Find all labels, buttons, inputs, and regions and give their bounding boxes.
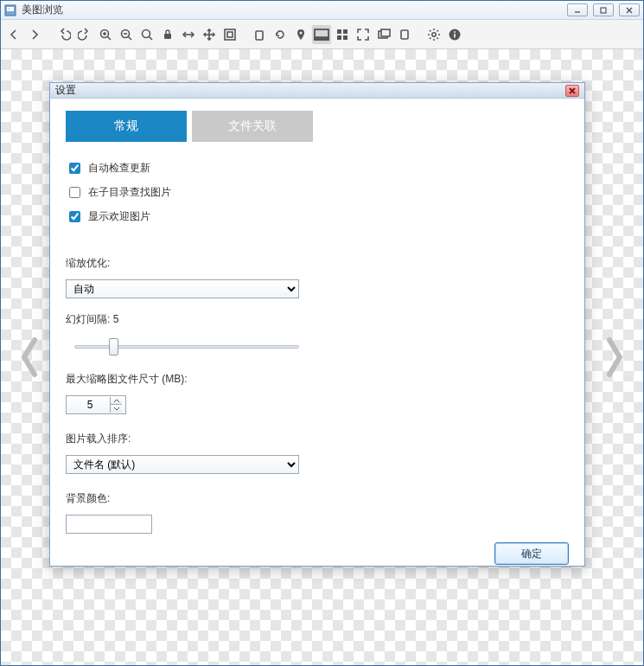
pan-button[interactable] [200,25,219,44]
svg-rect-16 [164,34,171,39]
settings-button[interactable] [424,25,443,44]
bg-color-picker[interactable] [66,515,152,534]
zoom-actual-button[interactable] [137,25,156,44]
dialog-tabs: 常规 文件关联 [66,111,569,142]
slider-track [74,345,299,349]
zoom-in-button[interactable] [96,25,115,44]
search-subdir-checkbox[interactable] [69,187,80,198]
settings-form: 自动检查更新 在子目录查找图片 显示欢迎图片 缩放优化: 自动 [66,159,569,534]
rotate-button[interactable] [271,25,290,44]
window-title: 美图浏览 [22,3,567,17]
slideshow-interval-label: 幻灯间隔: 5 [66,312,569,327]
svg-point-14 [143,29,150,37]
svg-rect-31 [381,29,390,36]
titlebar: 美图浏览 [1,1,643,20]
dialog-close-button[interactable] [565,85,579,97]
bg-color-label: 背景颜色: [66,491,569,506]
image-area: 设置 常规 文件关联 自动检查更新 在子目录查找图片 [1,49,643,665]
load-order-select[interactable]: 文件名 (默认) [66,455,299,474]
slider-thumb[interactable] [109,338,118,355]
tab-file-association[interactable]: 文件关联 [192,111,313,142]
fit-window-button[interactable] [220,25,239,44]
svg-rect-28 [337,35,341,40]
next-button[interactable] [25,25,44,44]
svg-rect-32 [401,30,408,39]
svg-rect-20 [225,29,235,40]
svg-rect-26 [337,29,341,34]
auto-update-checkbox-row[interactable]: 自动检查更新 [66,159,569,176]
svg-point-23 [300,31,303,34]
svg-rect-4 [601,8,606,13]
rotate-left-button[interactable] [250,25,269,44]
search-subdir-label: 在子目录查找图片 [88,185,171,200]
svg-line-15 [150,36,153,40]
toolbar [1,20,643,49]
zoom-optimize-select[interactable]: 自动 [66,279,299,298]
zoom-out-button[interactable] [117,25,136,44]
maximize-button[interactable] [593,3,614,16]
close-button[interactable] [619,3,640,16]
show-welcome-checkbox[interactable] [69,211,80,222]
spin-up-button[interactable] [110,397,122,405]
fit-width-button[interactable] [179,25,198,44]
svg-line-8 [108,36,112,40]
undo-button[interactable] [54,25,73,44]
svg-rect-25 [315,37,328,40]
tab-general[interactable]: 常规 [66,111,187,142]
svg-point-2 [8,8,10,10]
app-icon [4,4,16,16]
dialog-footer: 确定 [66,534,569,565]
view-grid-button[interactable] [333,25,352,44]
svg-rect-27 [343,29,348,34]
main-window: 美图浏览 [0,0,644,666]
load-order-label: 图片载入排序: [66,432,569,446]
search-subdir-checkbox-row[interactable]: 在子目录查找图片 [66,183,569,201]
slideshow-button[interactable] [374,25,393,44]
show-welcome-label: 显示欢迎图片 [88,209,150,224]
prev-button[interactable] [4,25,23,44]
window-controls [567,3,640,16]
svg-rect-21 [227,32,233,37]
prev-image-arrow[interactable] [16,331,42,383]
dialog-titlebar: 设置 [50,83,584,99]
settings-dialog: 设置 常规 文件关联 自动检查更新 在子目录查找图片 [49,82,585,567]
show-welcome-checkbox-row[interactable]: 显示欢迎图片 [66,208,569,225]
auto-update-label: 自动检查更新 [88,161,150,176]
flip-button[interactable] [395,25,414,44]
location-button[interactable] [291,25,310,44]
svg-point-33 [432,32,436,35]
view-single-button[interactable] [312,25,331,44]
svg-rect-35 [454,34,456,38]
max-thumb-size-spinner[interactable] [66,395,126,414]
info-button[interactable] [445,25,464,44]
svg-rect-29 [343,35,348,40]
svg-line-12 [129,36,132,40]
dialog-body: 常规 文件关联 自动检查更新 在子目录查找图片 显示欢迎图片 [50,99,584,573]
slideshow-interval-slider[interactable] [74,337,299,356]
ok-button[interactable]: 确定 [494,542,569,565]
zoom-optimize-label: 缩放优化: [66,256,569,271]
auto-update-checkbox[interactable] [69,163,80,174]
dialog-title: 设置 [55,83,565,98]
next-image-arrow[interactable] [602,331,628,383]
minimize-button[interactable] [567,3,588,16]
spin-down-button[interactable] [110,405,122,413]
lock-button[interactable] [158,25,177,44]
fullscreen-button[interactable] [354,25,373,44]
max-thumb-size-label: 最大缩略图文件尺寸 (MB): [66,372,569,387]
svg-rect-22 [256,31,263,40]
max-thumb-size-input[interactable] [70,398,110,412]
svg-point-36 [454,31,456,33]
redo-button[interactable] [75,25,94,44]
